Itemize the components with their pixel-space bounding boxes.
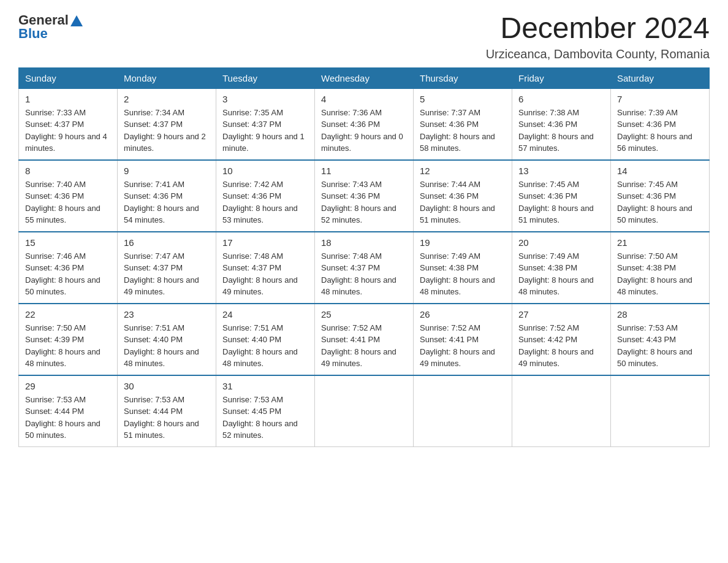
table-row: 4Sunrise: 7:36 AMSunset: 4:36 PMDaylight… <box>315 88 414 160</box>
table-row: 5Sunrise: 7:37 AMSunset: 4:36 PMDaylight… <box>414 88 512 160</box>
day-number: 22 <box>25 309 111 320</box>
table-row: 24Sunrise: 7:51 AMSunset: 4:40 PMDayligh… <box>216 304 315 375</box>
day-info: Sunrise: 7:46 AMSunset: 4:36 PMDaylight:… <box>25 250 111 298</box>
day-info: Sunrise: 7:35 AMSunset: 4:37 PMDaylight:… <box>222 107 308 155</box>
day-info: Sunrise: 7:52 AMSunset: 4:41 PMDaylight:… <box>321 322 407 370</box>
day-info: Sunrise: 7:53 AMSunset: 4:44 PMDaylight:… <box>25 394 111 442</box>
header-monday: Monday <box>118 67 216 88</box>
calendar-week-row: 22Sunrise: 7:50 AMSunset: 4:39 PMDayligh… <box>19 304 710 375</box>
day-number: 8 <box>25 166 111 176</box>
month-year-title: December 2024 <box>486 12 710 45</box>
table-row: 29Sunrise: 7:53 AMSunset: 4:44 PMDayligh… <box>19 375 118 447</box>
table-row <box>512 375 611 447</box>
day-info: Sunrise: 7:36 AMSunset: 4:36 PMDaylight:… <box>321 107 407 155</box>
table-row: 11Sunrise: 7:43 AMSunset: 4:36 PMDayligh… <box>315 160 414 232</box>
day-info: Sunrise: 7:42 AMSunset: 4:36 PMDaylight:… <box>222 178 308 226</box>
calendar-week-row: 29Sunrise: 7:53 AMSunset: 4:44 PMDayligh… <box>19 375 710 447</box>
table-row: 6Sunrise: 7:38 AMSunset: 4:36 PMDaylight… <box>512 88 611 160</box>
logo-triangle-icon <box>70 14 83 28</box>
header-tuesday: Tuesday <box>216 67 315 88</box>
header-friday: Friday <box>512 67 611 88</box>
day-info: Sunrise: 7:52 AMSunset: 4:41 PMDaylight:… <box>420 322 506 370</box>
day-number: 28 <box>617 309 703 320</box>
day-info: Sunrise: 7:43 AMSunset: 4:36 PMDaylight:… <box>321 178 407 226</box>
table-row: 22Sunrise: 7:50 AMSunset: 4:39 PMDayligh… <box>19 304 118 375</box>
day-info: Sunrise: 7:50 AMSunset: 4:38 PMDaylight:… <box>617 250 703 298</box>
calendar-week-row: 8Sunrise: 7:40 AMSunset: 4:36 PMDaylight… <box>19 160 710 232</box>
day-info: Sunrise: 7:33 AMSunset: 4:37 PMDaylight:… <box>25 107 111 155</box>
day-info: Sunrise: 7:37 AMSunset: 4:36 PMDaylight:… <box>420 107 506 155</box>
table-row: 19Sunrise: 7:49 AMSunset: 4:38 PMDayligh… <box>414 232 512 304</box>
day-info: Sunrise: 7:53 AMSunset: 4:43 PMDaylight:… <box>617 322 703 370</box>
day-number: 20 <box>518 237 604 248</box>
table-row: 7Sunrise: 7:39 AMSunset: 4:36 PMDaylight… <box>611 88 710 160</box>
logo-blue-text: Blue <box>18 26 48 42</box>
day-number: 23 <box>124 309 210 320</box>
table-row <box>611 375 710 447</box>
day-info: Sunrise: 7:47 AMSunset: 4:37 PMDaylight:… <box>124 250 210 298</box>
day-number: 16 <box>124 237 210 248</box>
page-header: General Blue December 2024 Urziceanca, D… <box>18 12 710 61</box>
day-info: Sunrise: 7:44 AMSunset: 4:36 PMDaylight:… <box>420 178 506 226</box>
day-info: Sunrise: 7:45 AMSunset: 4:36 PMDaylight:… <box>617 178 703 226</box>
table-row: 20Sunrise: 7:49 AMSunset: 4:38 PMDayligh… <box>512 232 611 304</box>
table-row: 21Sunrise: 7:50 AMSunset: 4:38 PMDayligh… <box>611 232 710 304</box>
table-row: 23Sunrise: 7:51 AMSunset: 4:40 PMDayligh… <box>118 304 216 375</box>
table-row: 9Sunrise: 7:41 AMSunset: 4:36 PMDaylight… <box>118 160 216 232</box>
day-info: Sunrise: 7:51 AMSunset: 4:40 PMDaylight:… <box>222 322 308 370</box>
day-number: 27 <box>518 309 604 320</box>
day-info: Sunrise: 7:51 AMSunset: 4:40 PMDaylight:… <box>124 322 210 370</box>
table-row: 17Sunrise: 7:48 AMSunset: 4:37 PMDayligh… <box>216 232 315 304</box>
day-number: 18 <box>321 237 407 248</box>
table-row: 2Sunrise: 7:34 AMSunset: 4:37 PMDaylight… <box>118 88 216 160</box>
table-row <box>315 375 414 447</box>
day-info: Sunrise: 7:50 AMSunset: 4:39 PMDaylight:… <box>25 322 111 370</box>
title-block: December 2024 Urziceanca, Dambovita Coun… <box>486 12 710 61</box>
day-info: Sunrise: 7:48 AMSunset: 4:37 PMDaylight:… <box>222 250 308 298</box>
table-row: 18Sunrise: 7:48 AMSunset: 4:37 PMDayligh… <box>315 232 414 304</box>
day-number: 1 <box>25 94 111 104</box>
day-number: 6 <box>518 94 604 104</box>
day-number: 10 <box>222 166 308 176</box>
table-row: 10Sunrise: 7:42 AMSunset: 4:36 PMDayligh… <box>216 160 315 232</box>
day-number: 2 <box>124 94 210 104</box>
day-info: Sunrise: 7:34 AMSunset: 4:37 PMDaylight:… <box>124 107 210 155</box>
day-info: Sunrise: 7:48 AMSunset: 4:37 PMDaylight:… <box>321 250 407 298</box>
day-number: 11 <box>321 166 407 176</box>
header-thursday: Thursday <box>414 67 512 88</box>
table-row: 26Sunrise: 7:52 AMSunset: 4:41 PMDayligh… <box>414 304 512 375</box>
svg-marker-0 <box>70 15 83 26</box>
calendar-table: Sunday Monday Tuesday Wednesday Thursday… <box>18 67 710 447</box>
header-saturday: Saturday <box>611 67 710 88</box>
day-number: 14 <box>617 166 703 176</box>
table-row: 3Sunrise: 7:35 AMSunset: 4:37 PMDaylight… <box>216 88 315 160</box>
day-info: Sunrise: 7:52 AMSunset: 4:42 PMDaylight:… <box>518 322 604 370</box>
day-info: Sunrise: 7:39 AMSunset: 4:36 PMDaylight:… <box>617 107 703 155</box>
day-info: Sunrise: 7:38 AMSunset: 4:36 PMDaylight:… <box>518 107 604 155</box>
logo: General Blue <box>18 12 83 42</box>
header-wednesday: Wednesday <box>315 67 414 88</box>
day-number: 5 <box>420 94 506 104</box>
day-info: Sunrise: 7:53 AMSunset: 4:45 PMDaylight:… <box>222 394 308 442</box>
day-info: Sunrise: 7:49 AMSunset: 4:38 PMDaylight:… <box>420 250 506 298</box>
day-info: Sunrise: 7:53 AMSunset: 4:44 PMDaylight:… <box>124 394 210 442</box>
table-row: 27Sunrise: 7:52 AMSunset: 4:42 PMDayligh… <box>512 304 611 375</box>
day-number: 21 <box>617 237 703 248</box>
day-number: 31 <box>222 381 308 391</box>
day-number: 19 <box>420 237 506 248</box>
table-row: 25Sunrise: 7:52 AMSunset: 4:41 PMDayligh… <box>315 304 414 375</box>
table-row: 8Sunrise: 7:40 AMSunset: 4:36 PMDaylight… <box>19 160 118 232</box>
calendar-week-row: 1Sunrise: 7:33 AMSunset: 4:37 PMDaylight… <box>19 88 710 160</box>
day-number: 13 <box>518 166 604 176</box>
day-info: Sunrise: 7:41 AMSunset: 4:36 PMDaylight:… <box>124 178 210 226</box>
day-number: 25 <box>321 309 407 320</box>
location-title: Urziceanca, Dambovita County, Romania <box>486 47 710 61</box>
calendar-week-row: 15Sunrise: 7:46 AMSunset: 4:36 PMDayligh… <box>19 232 710 304</box>
table-row: 30Sunrise: 7:53 AMSunset: 4:44 PMDayligh… <box>118 375 216 447</box>
day-number: 12 <box>420 166 506 176</box>
table-row: 13Sunrise: 7:45 AMSunset: 4:36 PMDayligh… <box>512 160 611 232</box>
table-row: 12Sunrise: 7:44 AMSunset: 4:36 PMDayligh… <box>414 160 512 232</box>
day-number: 17 <box>222 237 308 248</box>
table-row <box>414 375 512 447</box>
day-info: Sunrise: 7:45 AMSunset: 4:36 PMDaylight:… <box>518 178 604 226</box>
